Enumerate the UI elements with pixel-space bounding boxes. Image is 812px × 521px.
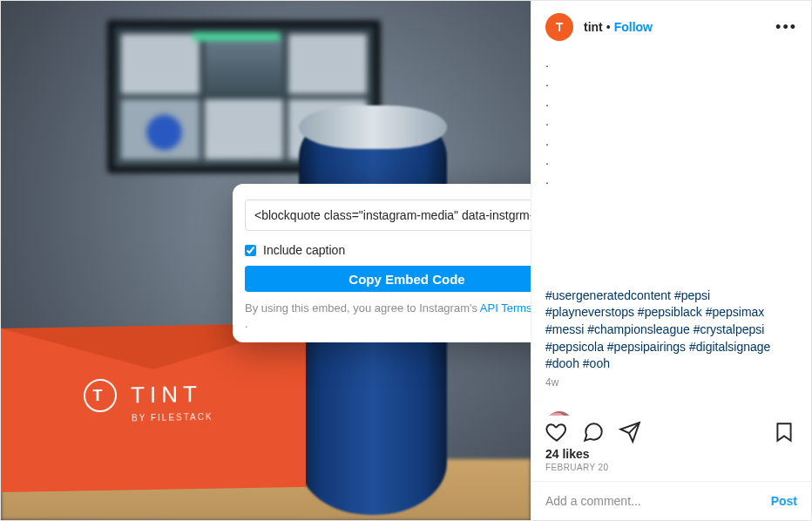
post-comment-button[interactable]: Post — [771, 494, 797, 508]
likes-count[interactable]: 24 likes — [531, 445, 811, 463]
share-icon[interactable] — [619, 421, 643, 445]
username[interactable]: tint — [584, 20, 603, 34]
comment-icon[interactable] — [582, 421, 606, 445]
api-terms-link[interactable]: API Terms of Use — [480, 301, 531, 315]
post-header: T tint • Follow ••• — [531, 1, 811, 53]
comment-row: v4vinovida 🙌🏽🙌🏽🙌🏽🙌🏽🙌🏽 — [545, 411, 797, 416]
add-comment-input[interactable] — [545, 494, 771, 508]
instagram-post-view: T TINT BY FILESTACK Include caption Copy… — [0, 0, 812, 521]
caption-time: 4w — [545, 376, 797, 389]
avatar[interactable]: T — [545, 13, 573, 41]
envelope-brand: TINT — [131, 380, 202, 408]
include-caption-row[interactable]: Include caption — [245, 243, 531, 257]
post-date: FEBRUARY 20 — [531, 463, 811, 481]
like-icon[interactable] — [545, 421, 570, 445]
tint-envelope: T TINT BY FILESTACK — [1, 323, 306, 492]
copy-embed-button[interactable]: Copy Embed Code — [245, 266, 531, 292]
embed-legal: By using this embed, you agree to Instag… — [245, 301, 531, 332]
follow-button[interactable]: Follow — [614, 20, 653, 34]
post-sidebar: T tint • Follow ••• . . . . . . . #userg… — [531, 1, 811, 520]
more-options-icon[interactable]: ••• — [775, 18, 797, 37]
add-comment-row: Post — [531, 481, 811, 520]
photo-pane: T TINT BY FILESTACK Include caption Copy… — [1, 1, 531, 520]
embed-code-input[interactable] — [245, 200, 531, 231]
bookmark-icon[interactable] — [773, 421, 797, 445]
post-body: . . . . . . . #usergeneratedcontent #pep… — [531, 53, 811, 416]
caption-dots: . . . . . . . — [545, 53, 797, 190]
embed-modal: Include caption Copy Embed Code By using… — [233, 184, 531, 342]
caption-hashtags[interactable]: #usergeneratedcontent #pepsi #playnevers… — [545, 288, 797, 373]
include-caption-checkbox[interactable] — [245, 245, 256, 256]
include-caption-label: Include caption — [263, 243, 345, 257]
action-bar — [531, 416, 811, 445]
commenter-avatar[interactable] — [545, 411, 573, 416]
envelope-sub: BY FILESTACK — [132, 412, 213, 423]
